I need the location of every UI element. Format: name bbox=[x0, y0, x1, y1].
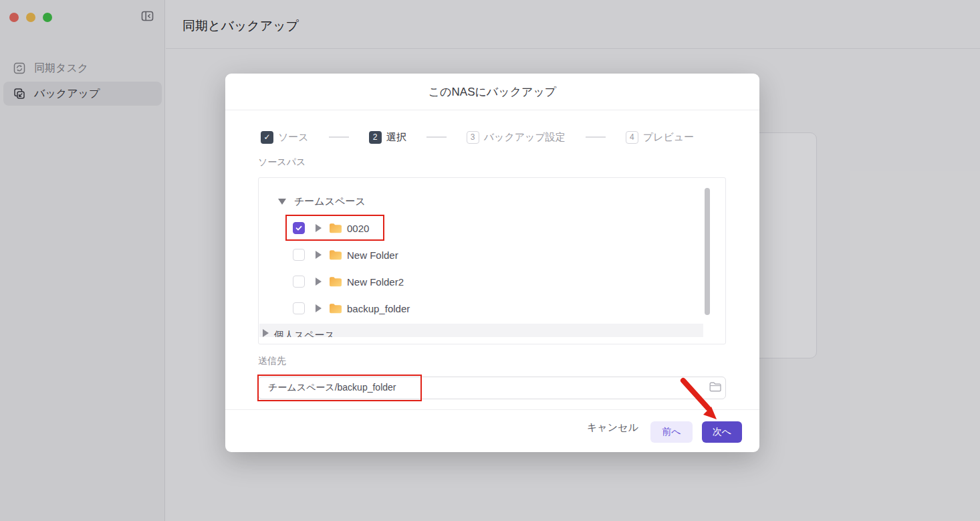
step-divider bbox=[586, 136, 606, 138]
folder-icon bbox=[329, 276, 342, 287]
tree-row-backup-folder[interactable]: backup_folder bbox=[293, 300, 410, 316]
checkbox-unchecked[interactable] bbox=[293, 276, 305, 288]
browse-folder-icon[interactable] bbox=[709, 382, 721, 394]
checkbox-checked[interactable] bbox=[293, 222, 305, 234]
collapse-icon[interactable] bbox=[278, 199, 286, 205]
expand-icon[interactable] bbox=[316, 278, 322, 286]
tree-root-team-space[interactable]: チームスペース bbox=[278, 193, 366, 209]
checkbox-unchecked[interactable] bbox=[293, 249, 305, 261]
step-backup-settings: 3 バックアップ設定 bbox=[467, 131, 566, 144]
destination-label: 送信先 bbox=[258, 355, 286, 367]
folder-icon bbox=[329, 249, 342, 260]
folder-icon bbox=[329, 223, 342, 233]
destination-input[interactable] bbox=[258, 377, 726, 399]
expand-icon[interactable] bbox=[263, 329, 269, 337]
next-button[interactable]: 次へ bbox=[702, 421, 742, 443]
tree-row-new-folder2[interactable]: New Folder2 bbox=[293, 274, 404, 290]
tree-scrollbar[interactable] bbox=[705, 188, 710, 315]
expand-icon[interactable] bbox=[316, 224, 322, 232]
backup-wizard-dialog: このNASにバックアップ ✓ ソース 2 選択 3 バックアップ設定 4 プレビ… bbox=[225, 74, 759, 452]
checkbox-unchecked[interactable] bbox=[293, 302, 305, 314]
tree-row-personal-space[interactable]: 個人スペース bbox=[259, 324, 703, 337]
step-number-badge: 3 bbox=[467, 131, 479, 144]
step-number-badge: 2 bbox=[369, 131, 382, 144]
cancel-button[interactable]: キャンセル bbox=[587, 421, 638, 434]
dialog-title: このNASにバックアップ bbox=[428, 84, 557, 100]
expand-icon[interactable] bbox=[316, 251, 322, 259]
step-check-badge: ✓ bbox=[261, 131, 273, 144]
prev-button[interactable]: 前へ bbox=[650, 421, 693, 443]
source-tree-panel: チームスペース 0020 bbox=[258, 177, 726, 344]
dialog-footer: キャンセル 前へ 次へ bbox=[225, 409, 759, 452]
step-divider bbox=[426, 136, 447, 138]
step-source: ✓ ソース bbox=[261, 131, 309, 144]
folder-icon bbox=[329, 303, 342, 314]
tree-row-0020[interactable]: 0020 bbox=[293, 220, 369, 236]
step-select: 2 選択 bbox=[369, 131, 406, 144]
dialog-header: このNASにバックアップ bbox=[225, 74, 759, 110]
expand-icon[interactable] bbox=[316, 304, 322, 312]
source-path-label: ソースパス bbox=[258, 157, 305, 169]
step-number-badge: 4 bbox=[626, 131, 638, 144]
step-preview: 4 プレビュー bbox=[626, 131, 694, 144]
wizard-steps: ✓ ソース 2 選択 3 バックアップ設定 4 プレビュー bbox=[261, 130, 694, 144]
step-divider bbox=[329, 136, 349, 138]
tree-row-new-folder[interactable]: New Folder bbox=[293, 247, 398, 263]
